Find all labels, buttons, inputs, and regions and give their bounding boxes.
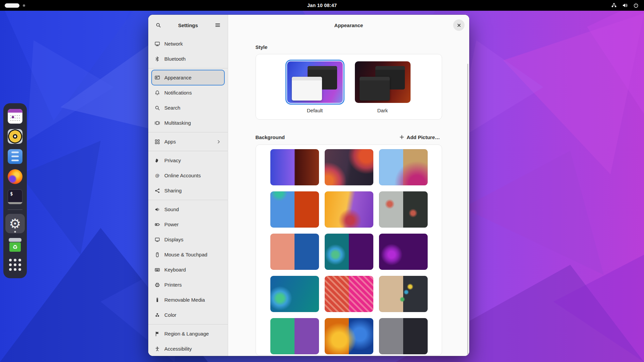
color-icon: [155, 312, 160, 318]
close-icon: [457, 23, 461, 27]
preview-window-front: [360, 77, 390, 101]
style-dark-label: Dark: [377, 108, 388, 113]
bluetooth-icon: [155, 56, 160, 62]
appearance-icon: [155, 75, 160, 80]
activities-indicator[interactable]: [5, 3, 19, 8]
sidebar-item-label: Online Accounts: [164, 173, 221, 178]
privacy-icon: [155, 158, 160, 163]
wallpaper-thumbnail-spiral-blue-tan-split[interactable]: [379, 149, 428, 185]
panel-scrollbar[interactable]: [467, 64, 468, 356]
search-icon: [156, 22, 161, 28]
sidebar-item-mouse-touchpad[interactable]: Mouse & Touchpad: [152, 247, 224, 262]
search-icon: [155, 105, 160, 111]
dock-item-calendar[interactable]: [5, 108, 25, 125]
desktop: Jan 10 08:47 $⚙♻: [0, 0, 644, 362]
sidebar-item-color[interactable]: Color: [152, 307, 224, 322]
sound-icon: [155, 207, 160, 212]
hamburger-icon: [215, 22, 220, 28]
system-status-area[interactable]: [611, 3, 644, 8]
dock-item-files[interactable]: [5, 148, 25, 165]
clock[interactable]: Jan 10 08:47: [307, 3, 337, 8]
activities-area[interactable]: [0, 3, 101, 8]
style-option-dark[interactable]: Dark: [353, 60, 412, 119]
sidebar-item-search[interactable]: Search: [152, 100, 224, 115]
menu-button[interactable]: [212, 20, 223, 31]
calendar-icon: [8, 109, 22, 124]
style-default-selection-ring: [285, 60, 344, 105]
sidebar-item-sharing[interactable]: Sharing: [152, 183, 224, 198]
sidebar-item-region-language[interactable]: Region & Language: [152, 326, 224, 341]
sidebar-item-label: Privacy: [164, 158, 221, 163]
sidebar-item-sound[interactable]: Sound: [152, 202, 224, 217]
sidebar-item-printers[interactable]: Printers: [152, 277, 224, 292]
sidebar-item-keyboard[interactable]: Keyboard: [152, 262, 224, 277]
wallpaper-thumbnail-drips-blue-orange-split[interactable]: [270, 191, 319, 228]
workspace-dot[interactable]: [23, 4, 25, 7]
wallpaper-thumbnail-maze-pink-magenta-split[interactable]: [325, 276, 373, 312]
sidebar-separator: [148, 324, 228, 324]
style-section-label: Style: [256, 44, 442, 50]
add-picture-label: Add Picture…: [407, 134, 440, 140]
wallpaper-thumbnail-leaf-teal-purple-split[interactable]: [325, 234, 373, 270]
style-dark-preview: [355, 61, 411, 103]
sidebar-item-power[interactable]: Power: [152, 217, 224, 232]
keyboard-icon: [155, 267, 160, 273]
sidebar-item-label: Multitasking: [164, 120, 221, 126]
svg-text:@: @: [155, 173, 160, 178]
sidebar-item-label: Mouse & Touchpad: [164, 252, 221, 257]
wallpaper-thumbnail-solid-green-purple-split[interactable]: [270, 318, 319, 354]
sidebar-nav: NetworkBluetoothAppearanceNotificationsS…: [148, 36, 228, 356]
sidebar-item-removable-media[interactable]: Removable Media: [152, 292, 224, 307]
wallpaper-thumbnail-glass-orange-blue-split[interactable]: [325, 318, 373, 354]
sidebar-item-displays[interactable]: Displays: [152, 232, 224, 247]
sidebar-item-label: Sharing: [164, 188, 221, 193]
sidebar-item-appearance[interactable]: Appearance: [152, 70, 224, 85]
top-bar: Jan 10 08:47: [0, 0, 644, 11]
wallpaper-thumbnail-triangles-blue-red-split[interactable]: [270, 149, 319, 185]
speaker-icon: [8, 129, 22, 144]
wallpaper-thumbnail-texture-salmon-blue-split[interactable]: [270, 234, 319, 270]
search-button[interactable]: [153, 20, 164, 31]
sidebar-header: Settings: [148, 15, 228, 36]
sidebar-item-network[interactable]: Network: [152, 36, 224, 51]
dock-item-terminal[interactable]: $: [5, 188, 25, 205]
power-icon: [633, 3, 639, 8]
multitasking-icon: [155, 120, 160, 126]
sidebar-item-notifications[interactable]: Notifications: [152, 85, 224, 100]
sidebar-separator: [148, 151, 228, 151]
add-picture-button[interactable]: Add Picture…: [397, 133, 442, 141]
sidebar-item-online-accounts[interactable]: @Online Accounts: [152, 168, 224, 183]
close-button[interactable]: [453, 19, 465, 31]
sidebar-item-label: Network: [164, 41, 221, 47]
style-option-default[interactable]: Default: [285, 60, 344, 119]
wallpaper-thumbnail-dark-waves-orange[interactable]: [325, 149, 373, 185]
sidebar-item-privacy[interactable]: Privacy: [152, 153, 224, 168]
grid-of-dots-icon: [9, 259, 21, 271]
dock-item-music-player[interactable]: [5, 128, 25, 145]
wallpaper-thumbnail-keycaps-light-dark-split[interactable]: [379, 191, 428, 228]
chevron-right-icon: [216, 139, 221, 144]
removable-media-icon: [155, 297, 160, 303]
sidebar-item-bluetooth[interactable]: Bluetooth: [152, 51, 224, 66]
dock-item-settings[interactable]: ⚙: [5, 214, 25, 233]
wallpaper-thumbnail-leaf-teal-blue[interactable]: [270, 276, 319, 312]
wallpaper-thumbnail-leaf-dark-purple[interactable]: [379, 234, 428, 270]
dock-item-app-grid[interactable]: [5, 256, 25, 274]
power-icon: [155, 222, 160, 227]
sidebar-item-apps[interactable]: Apps: [152, 134, 224, 149]
wallpaper-thumbnail-petals-orange-purple-split[interactable]: [325, 191, 373, 228]
style-default-label: Default: [307, 108, 323, 113]
sidebar-item-accessibility[interactable]: Accessibility: [152, 341, 224, 356]
background-card: [256, 144, 442, 356]
dock-item-trash[interactable]: ♻: [5, 236, 25, 253]
wallpaper-thumbnail-solid-gray-dark-split[interactable]: [379, 318, 428, 354]
sidebar-separator: [148, 68, 228, 68]
terminal-icon: $: [8, 189, 22, 204]
wallpaper-thumbnail-map-tan-dark-split[interactable]: [379, 276, 428, 312]
panel-header: Appearance: [228, 15, 469, 36]
dock-item-firefox[interactable]: [5, 168, 25, 185]
sidebar-item-label: Displays: [164, 237, 221, 242]
sidebar-item-multitasking[interactable]: Multitasking: [152, 115, 224, 130]
accessibility-icon: [155, 346, 160, 352]
panel-scroll-area: Style Default: [228, 36, 469, 356]
